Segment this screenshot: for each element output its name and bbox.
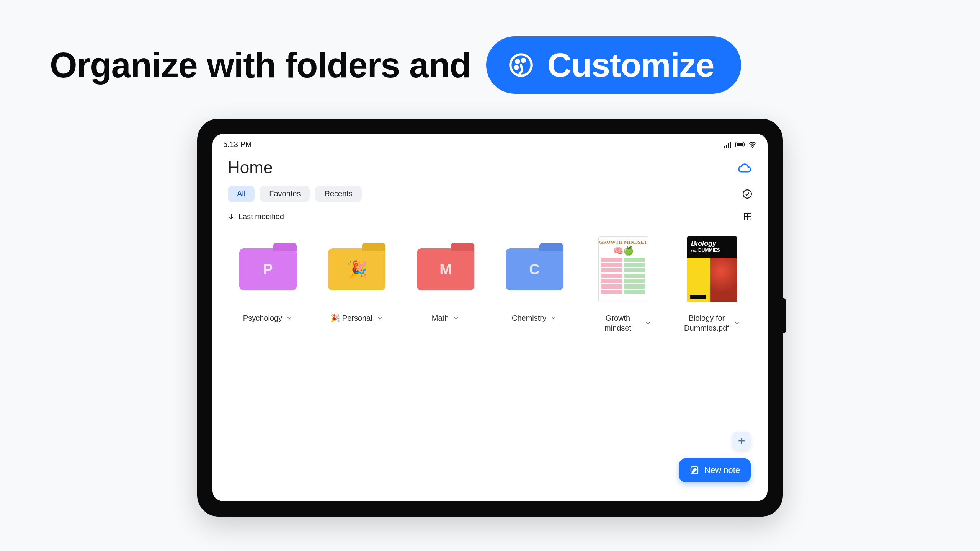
sort-control[interactable]: Last modified [228, 212, 284, 221]
file-item[interactable]: BiologyFOR DUMMIESBiology for Dummies.pd… [679, 236, 745, 333]
status-time: 5:13 PM [223, 140, 252, 149]
arrow-down-icon [228, 213, 235, 220]
check-circle-icon[interactable] [742, 189, 752, 199]
tab-favorites[interactable]: Favorites [260, 186, 310, 202]
item-label: Math [432, 313, 449, 323]
chevron-down-icon[interactable] [452, 315, 459, 321]
svg-rect-9 [744, 143, 745, 146]
item-label: Growth mindset [595, 313, 641, 333]
svg-point-12 [743, 190, 751, 198]
tablet-button [783, 298, 786, 333]
add-button[interactable]: + [732, 432, 751, 450]
svg-point-1 [516, 60, 519, 63]
chevron-down-icon[interactable] [645, 320, 652, 326]
item-label: Psychology [243, 313, 282, 323]
svg-rect-4 [724, 146, 725, 148]
status-bar: 5:13 PM [212, 134, 768, 152]
folder-item[interactable]: CChemistry [502, 236, 567, 333]
document-thumbnail: GROWTH MINDSET🧠🍏 [598, 236, 648, 302]
chevron-down-icon[interactable] [733, 320, 740, 326]
tab-recents[interactable]: Recents [315, 186, 361, 202]
svg-point-3 [515, 66, 518, 68]
new-note-button[interactable]: New note [679, 458, 751, 482]
svg-rect-6 [728, 143, 729, 148]
folder-icon: M [417, 248, 474, 290]
battery-icon [735, 142, 745, 147]
sort-label: Last modified [238, 212, 284, 221]
chevron-down-icon[interactable] [286, 315, 293, 321]
page-title: Home [228, 158, 273, 177]
folder-icon: P [239, 248, 297, 290]
svg-point-2 [522, 59, 524, 62]
headline-text: Organize with folders and [50, 45, 471, 85]
folder-icon: 🎉 [328, 248, 385, 290]
wifi-icon [748, 142, 757, 148]
item-label: Biology for Dummies.pdf [684, 313, 730, 333]
document-thumbnail: BiologyFOR DUMMIES [687, 236, 737, 302]
svg-rect-10 [737, 143, 743, 146]
folder-item[interactable]: 🎉🎉 Personal [324, 236, 389, 333]
customize-pill: Customize [486, 36, 741, 94]
app-screen: 5:13 PM Home AllFavoritesRecents Last mo [212, 134, 768, 501]
svg-rect-5 [726, 145, 727, 148]
chevron-down-icon[interactable] [550, 315, 557, 321]
edit-icon [690, 466, 699, 475]
svg-rect-7 [730, 142, 731, 148]
customize-label: Customize [547, 46, 714, 85]
item-label: 🎉 Personal [330, 313, 372, 323]
tablet-frame: 5:13 PM Home AllFavoritesRecents Last mo [197, 119, 783, 517]
grid-view-icon[interactable] [743, 212, 752, 221]
svg-point-11 [752, 147, 753, 148]
tab-all[interactable]: All [228, 186, 255, 202]
palette-icon [507, 51, 535, 79]
folder-icon: C [506, 248, 563, 290]
cloud-sync-icon[interactable] [737, 162, 752, 173]
item-label: Chemistry [512, 313, 546, 323]
signal-icon [724, 142, 732, 148]
folder-item[interactable]: PPsychology [235, 236, 301, 333]
file-item[interactable]: GROWTH MINDSET🧠🍏Growth mindset [591, 236, 656, 333]
folder-item[interactable]: MMath [413, 236, 478, 333]
new-note-label: New note [704, 465, 740, 475]
plus-icon: + [738, 434, 745, 448]
chevron-down-icon[interactable] [376, 315, 383, 321]
